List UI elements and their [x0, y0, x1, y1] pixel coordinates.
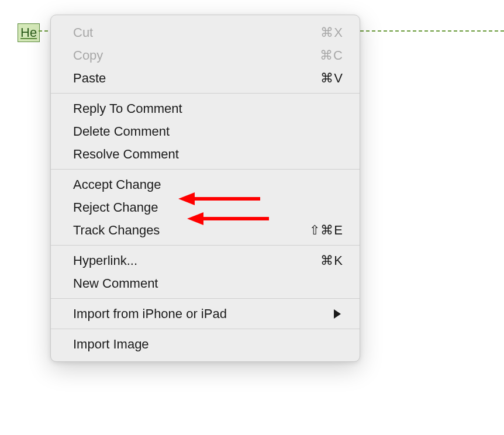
menu-item-import-device[interactable]: Import from iPhone or iPad	[51, 302, 360, 325]
menu-item-reject-change[interactable]: Reject Change	[51, 196, 360, 219]
menu-section-comments: Reply To Comment Delete Comment Resolve …	[51, 94, 360, 169]
menu-item-shortcut: ⌘C	[320, 46, 343, 65]
menu-section-import-image: Import Image	[51, 329, 360, 361]
menu-item-label: Hyperlink...	[73, 251, 137, 270]
menu-section-import-device: Import from iPhone or iPad	[51, 299, 360, 329]
menu-item-label: Resolve Comment	[73, 144, 179, 164]
menu-item-label: Delete Comment	[73, 122, 170, 141]
menu-item-cut[interactable]: Cut ⌘X	[51, 21, 360, 44]
menu-item-resolve-comment[interactable]: Resolve Comment	[51, 143, 360, 165]
menu-item-shortcut: ⌘X	[320, 23, 343, 42]
submenu-arrow-icon	[334, 309, 341, 319]
menu-item-shortcut: ⌘K	[320, 251, 343, 270]
menu-item-reply-comment[interactable]: Reply To Comment	[51, 97, 360, 120]
menu-item-label: New Comment	[73, 274, 158, 293]
menu-item-label: Copy	[73, 46, 103, 65]
menu-item-shortcut: ⌘V	[320, 68, 343, 88]
menu-item-shortcut: ⇧⌘E	[309, 220, 343, 240]
menu-item-new-comment[interactable]: New Comment	[51, 272, 360, 295]
context-menu: Cut ⌘X Copy ⌘C Paste ⌘V Reply To Comment…	[50, 15, 360, 362]
menu-item-label: Paste	[73, 68, 106, 88]
menu-item-track-changes[interactable]: Track Changes ⇧⌘E	[51, 219, 360, 241]
menu-item-paste[interactable]: Paste ⌘V	[51, 67, 360, 89]
menu-item-accept-change[interactable]: Accept Change	[51, 173, 360, 196]
highlighted-tracked-text[interactable]: He	[18, 23, 40, 42]
menu-item-copy[interactable]: Copy ⌘C	[51, 44, 360, 67]
menu-item-label: Reply To Comment	[73, 99, 182, 118]
menu-item-label: Import Image	[73, 334, 149, 354]
menu-item-label: Import from iPhone or iPad	[73, 304, 227, 323]
menu-item-import-image[interactable]: Import Image	[51, 333, 360, 355]
menu-item-label: Accept Change	[73, 175, 161, 194]
menu-section-edit: Cut ⌘X Copy ⌘C Paste ⌘V	[51, 15, 360, 93]
menu-item-label: Track Changes	[73, 220, 160, 240]
menu-section-insert: Hyperlink... ⌘K New Comment	[51, 246, 360, 298]
menu-item-label: Reject Change	[73, 198, 158, 217]
menu-section-changes: Accept Change Reject Change Track Change…	[51, 170, 360, 245]
menu-item-hyperlink[interactable]: Hyperlink... ⌘K	[51, 249, 360, 272]
menu-item-delete-comment[interactable]: Delete Comment	[51, 120, 360, 143]
menu-item-label: Cut	[73, 23, 93, 42]
